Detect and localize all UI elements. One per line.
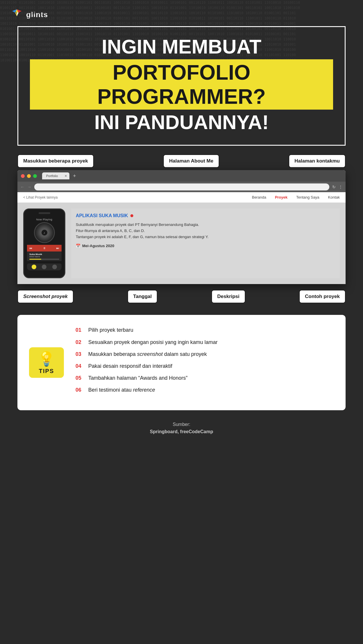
callout-projects: Masukkan beberapa proyek: [17, 154, 94, 168]
tips-item-4: 04 Pakai desain responsif dan interaktif: [76, 363, 331, 370]
tips-label: TIPS: [39, 368, 54, 374]
top-callouts: Masukkan beberapa proyek Halaman About M…: [0, 154, 363, 168]
play-btn[interactable]: ⏸: [43, 247, 46, 250]
tips-num-4: 04: [76, 363, 84, 370]
project-title: APLIKASI SUKA MUSIK: [76, 213, 335, 218]
bottom-dot-3: [52, 265, 57, 269]
browser-topbar: Portfolio ✕ +: [17, 170, 346, 182]
hero-section: INGIN MEMBUAT PORTOFOLIO PROGRAMMER? INI…: [0, 26, 363, 146]
progress-bar: [29, 259, 59, 260]
bottom-callouts: Screenshot proyek Tanggal Deskripsi Cont…: [0, 290, 363, 303]
tips-text-6: Beri testimoni atau reference: [88, 386, 331, 394]
nav-back-link[interactable]: < Lihat Proyek lainnya: [23, 195, 57, 199]
tips-text-1: Pilih proyek terbaru: [88, 327, 331, 334]
callout-desc: Deskripsi: [211, 290, 245, 303]
hero-title-line2: PORTOFOLIO PROGRAMMER?: [30, 59, 333, 110]
album-art-inner: ♪: [42, 230, 47, 236]
next-btn[interactable]: ⏭: [56, 247, 59, 250]
music-controls-bar: ⏮ ⏸ ⏭: [27, 245, 62, 251]
tips-num-6: 06: [76, 386, 84, 394]
callout-about: Halaman About Me: [163, 154, 219, 168]
project-status-dot: [130, 214, 133, 217]
tips-item-3: 03 Masukkan beberapa screenshot dalam sa…: [76, 351, 331, 358]
tips-text-4: Pakai desain responsif dan interaktif: [88, 363, 331, 370]
tips-num-2: 02: [76, 339, 84, 346]
hero-border: INGIN MEMBUAT PORTOFOLIO PROGRAMMER? INI…: [17, 26, 346, 146]
phone-mockup: Now Playing ♪ ⏮ ⏸ ⏭ Suka Musik Artist Na…: [23, 208, 65, 278]
phone-notch: [39, 212, 50, 214]
tips-section: 💡 TIPS 01 Pilih proyek terbaru 02 Sesuai…: [17, 315, 346, 410]
tips-num-1: 01: [76, 327, 84, 334]
footer-label: Sumber:: [0, 421, 363, 428]
footer-sources: Springboard, freeCodeCamp: [150, 429, 213, 434]
project-desc1: SukaMusik merupakan proyek dari PT Berny…: [76, 222, 199, 227]
project-desc2: Fitur-fiturnya di antaranya A, B, C, dan…: [76, 229, 145, 233]
tips-num-5: 05: [76, 374, 84, 382]
footer: Sumber: Springboard, freeCodeCamp: [0, 410, 363, 443]
browser-window: Portfolio ✕ + ← → ↻ ⋮ < Lihat Proyek lai…: [17, 170, 346, 284]
browser-urlbar: ← → ↻ ⋮: [17, 182, 346, 192]
bulb-icon: 💡: [38, 352, 55, 366]
menu-icon[interactable]: ⋮: [339, 185, 343, 189]
tips-item-5: 05 Tambahkan halaman “Awards and Honors”: [76, 374, 331, 382]
project-area: Now Playing ♪ ⏮ ⏸ ⏭ Suka Musik Artist Na…: [17, 203, 346, 284]
now-playing-label: Now Playing: [27, 216, 62, 222]
tips-text-5: Tambahkan halaman “Awards and Honors”: [88, 374, 331, 382]
prev-btn[interactable]: ⏮: [29, 247, 32, 250]
tips-text-3: Masukkan beberapa screenshot dalam satu …: [88, 351, 331, 358]
tips-item-2: 02 Sesuaikan proyek dengan posisi yang i…: [76, 339, 331, 346]
browser-tab[interactable]: Portfolio ✕: [42, 172, 69, 179]
nav-links: Beranda Proyek Tentang Saya Kontak: [252, 195, 340, 199]
project-date-text: Mei-Agustus 2020: [82, 244, 114, 248]
tips-badge: 💡 TIPS: [29, 347, 64, 378]
tab-new-icon[interactable]: +: [73, 173, 76, 179]
tips-list: 01 Pilih proyek terbaru 02 Sesuaikan pro…: [76, 327, 331, 394]
browser-section: Portfolio ✕ + ← → ↻ ⋮ < Lihat Proyek lai…: [0, 170, 363, 284]
calendar-icon: 📅: [76, 244, 80, 248]
tips-text-2: Sesuaikan proyek dengan posisi yang ingi…: [88, 339, 331, 346]
url-field[interactable]: [34, 183, 329, 190]
tab-close-icon[interactable]: ✕: [64, 174, 67, 178]
hero-title-line1: INGIN MEMBUAT: [30, 36, 333, 58]
callout-screenshot: Screenshot proyek: [17, 290, 73, 303]
song-info: Suka Musik Artist Name: [27, 251, 62, 261]
callout-date: Tanggal: [127, 290, 158, 303]
phone-screen: Now Playing ♪ ⏮ ⏸ ⏭ Suka Musik Artist Na…: [27, 216, 62, 270]
website-content: < Lihat Proyek lainnya Beranda Proyek Te…: [17, 192, 346, 284]
site-nav: < Lihat Proyek lainnya Beranda Proyek Te…: [17, 192, 346, 203]
project-description: APLIKASI SUKA MUSIK SukaMusik merupakan …: [71, 208, 340, 278]
callout-example: Contoh proyek: [299, 290, 346, 303]
project-title-text: APLIKASI SUKA MUSIK: [76, 213, 128, 218]
refresh-icon[interactable]: ↻: [332, 185, 336, 189]
nav-kontak[interactable]: Kontak: [328, 195, 340, 199]
callout-screenshot-text: Screenshot proyek: [23, 294, 68, 299]
project-desc: SukaMusik merupakan proyek dari PT Berny…: [76, 222, 335, 240]
bottom-dot-2: [42, 265, 46, 269]
album-art: ♪: [34, 222, 55, 243]
browser-dot-green[interactable]: [33, 174, 37, 178]
phone-bottom-nav: [27, 263, 62, 270]
callout-contact: Halaman kontakmu: [289, 154, 346, 168]
nav-beranda[interactable]: Beranda: [252, 195, 266, 199]
back-arrow-icon[interactable]: ←: [20, 185, 24, 189]
tips-item-6: 06 Beri testimoni atau reference: [76, 386, 331, 394]
browser-dot-red[interactable]: [21, 174, 25, 178]
project-date: 📅 Mei-Agustus 2020: [76, 244, 335, 248]
tips-item-1: 01 Pilih proyek terbaru: [76, 327, 331, 334]
project-desc3: Tantangan proyek ini adalah E, F, dan G,…: [76, 235, 209, 239]
hero-title-line3: INI PANDUANNYA!: [30, 111, 333, 133]
nav-proyek[interactable]: Proyek: [275, 195, 287, 199]
progress-fill: [29, 259, 41, 260]
tips-num-3: 03: [76, 351, 84, 358]
nav-tentang[interactable]: Tentang Saya: [296, 195, 319, 199]
forward-arrow-icon[interactable]: →: [27, 185, 31, 189]
bottom-dot-1: [32, 265, 36, 269]
song-title: Suka Musik: [29, 253, 59, 256]
tab-title: Portfolio: [46, 174, 58, 178]
browser-dot-yellow[interactable]: [27, 174, 31, 178]
song-sub: Artist Name: [29, 256, 59, 258]
